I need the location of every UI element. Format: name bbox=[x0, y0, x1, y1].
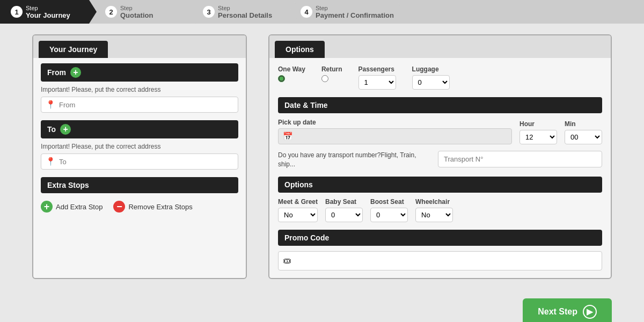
promo-header: Promo Code bbox=[278, 230, 602, 246]
one-way-radio[interactable] bbox=[278, 75, 285, 82]
remove-stop-minus-icon: − bbox=[113, 201, 125, 213]
pickup-date-label: Pick up date bbox=[278, 119, 512, 126]
from-plus-icon[interactable]: + bbox=[70, 67, 81, 78]
right-panel: Options One Way Return bbox=[268, 34, 612, 279]
transport-question: Do you have any transport number?Flight,… bbox=[278, 151, 430, 169]
extra-stops-header: Extra Stops bbox=[41, 177, 238, 193]
meet-greet-col: Meet & Greet NoYes bbox=[278, 198, 318, 222]
main-content: Your Journey From + Important! Please, p… bbox=[0, 24, 644, 290]
options-tab[interactable]: Options bbox=[275, 41, 325, 58]
step-1[interactable]: 1 Step Your Journey bbox=[0, 0, 97, 24]
add-stop-plus-icon: + bbox=[41, 201, 53, 213]
passengers-group: Passengers 1234 5678 bbox=[358, 65, 396, 90]
one-way-group: One Way bbox=[278, 65, 305, 82]
stepper: 1 Step Your Journey 2 Step Quotation 3 S… bbox=[0, 0, 644, 24]
step-4-number: 4 bbox=[301, 6, 312, 18]
right-panel-body: One Way Return Passengers 1234 5678 bbox=[269, 58, 611, 278]
promo-icon: 🎟 bbox=[283, 256, 291, 266]
step-1-title: Your Journey bbox=[26, 11, 70, 19]
from-warning: Important! Please, put the correct addre… bbox=[41, 86, 238, 93]
boost-seat-select[interactable]: 0123 bbox=[370, 208, 408, 222]
right-panel-tab-row: Options bbox=[269, 35, 611, 58]
hour-select[interactable]: 00010203 04050607 08091011 12131415 1617… bbox=[519, 130, 557, 144]
passengers-select[interactable]: 1234 5678 bbox=[358, 75, 396, 90]
return-radio[interactable] bbox=[321, 75, 328, 82]
min-select[interactable]: 00051015 20253035 40455055 bbox=[565, 130, 602, 144]
promo-input[interactable] bbox=[296, 257, 597, 265]
return-radio-group bbox=[321, 75, 328, 82]
hour-group: Hour 00010203 04050607 08091011 12131415… bbox=[519, 120, 557, 144]
add-extra-stop-button[interactable]: + Add Extra Stop bbox=[41, 201, 103, 213]
date-time-header: Date & Time bbox=[278, 97, 602, 113]
left-panel-tab-row: Your Journey bbox=[33, 35, 246, 58]
to-warning: Important! Please, put the correct addre… bbox=[41, 143, 238, 150]
pickup-date-input[interactable] bbox=[296, 133, 361, 141]
step-1-number: 1 bbox=[11, 6, 23, 18]
passengers-label: Passengers bbox=[358, 65, 394, 73]
transport-row: Do you have any transport number?Flight,… bbox=[278, 151, 602, 169]
return-label: Return bbox=[321, 65, 342, 73]
meet-greet-select[interactable]: NoYes bbox=[278, 208, 318, 222]
baby-seat-col: Baby Seat 0123 bbox=[325, 198, 363, 222]
to-header: To + bbox=[41, 120, 238, 138]
to-plus-icon[interactable]: + bbox=[60, 124, 71, 135]
pickup-date-input-row: 📅 bbox=[278, 128, 512, 144]
step-3-title: Personal Details bbox=[218, 11, 272, 19]
step-4-word: Step bbox=[316, 5, 393, 11]
step-2-number: 2 bbox=[105, 6, 117, 18]
calendar-icon: 📅 bbox=[283, 131, 293, 141]
luggage-group: Luggage 0123 45 bbox=[412, 65, 450, 90]
extra-stops-section: Extra Stops + Add Extra Stop − Remove Ex… bbox=[41, 177, 238, 215]
footer-row: Next Step ▶ bbox=[0, 298, 644, 322]
meet-greet-label: Meet & Greet bbox=[278, 198, 318, 206]
from-input-row: 📍 bbox=[41, 97, 238, 113]
baby-seat-label: Baby Seat bbox=[325, 198, 363, 206]
remove-extra-stops-button[interactable]: − Remove Extra Stops bbox=[113, 201, 192, 213]
luggage-label: Luggage bbox=[412, 65, 439, 73]
min-label: Min bbox=[565, 120, 602, 128]
wheelchair-label: Wheelchair bbox=[415, 198, 453, 206]
step-4[interactable]: 4 Step Payment / Confirmation bbox=[293, 0, 404, 24]
options-sub-row: Meet & Greet NoYes Baby Seat 0123 Boost … bbox=[278, 198, 602, 222]
to-pin-icon: 📍 bbox=[46, 157, 56, 166]
step-4-title: Payment / Confirmation bbox=[316, 11, 394, 19]
to-input-row: 📍 bbox=[41, 153, 238, 170]
step-3-word: Step bbox=[218, 5, 271, 11]
one-way-label: One Way bbox=[278, 65, 305, 73]
left-panel: Your Journey From + Important! Please, p… bbox=[32, 34, 247, 279]
date-time-row: Pick up date 📅 Hour 00010203 04050607 08… bbox=[278, 119, 602, 144]
one-way-radio-group bbox=[278, 75, 285, 82]
hour-label: Hour bbox=[519, 120, 557, 128]
step-2-title: Quotation bbox=[120, 11, 153, 19]
boost-seat-label: Boost Seat bbox=[370, 198, 408, 206]
wheelchair-select[interactable]: NoYes bbox=[415, 208, 453, 222]
boost-seat-col: Boost Seat 0123 bbox=[370, 198, 408, 222]
step-3[interactable]: 3 Step Personal Details bbox=[195, 0, 292, 24]
extra-stops-actions: + Add Extra Stop − Remove Extra Stops bbox=[41, 199, 238, 215]
promo-input-row: 🎟 bbox=[278, 251, 602, 270]
from-header: From + bbox=[41, 63, 238, 82]
from-pin-icon: 📍 bbox=[46, 100, 56, 109]
options-sub-header: Options bbox=[278, 177, 602, 193]
min-group: Min 00051015 20253035 40455055 bbox=[565, 120, 602, 144]
wheelchair-col: Wheelchair NoYes bbox=[415, 198, 453, 222]
from-input[interactable] bbox=[59, 101, 233, 109]
next-step-arrow-icon: ▶ bbox=[583, 305, 597, 319]
return-group: Return bbox=[321, 65, 342, 82]
your-journey-tab[interactable]: Your Journey bbox=[39, 41, 108, 58]
to-input[interactable] bbox=[59, 158, 233, 166]
next-step-button[interactable]: Next Step ▶ bbox=[523, 298, 612, 322]
left-panel-body: From + Important! Please, put the correc… bbox=[33, 58, 246, 223]
step-2-word: Step bbox=[120, 5, 152, 11]
step-3-number: 3 bbox=[203, 6, 215, 18]
pickup-date-group: Pick up date 📅 bbox=[278, 119, 512, 144]
luggage-select[interactable]: 0123 45 bbox=[412, 75, 450, 90]
journey-options-row: One Way Return Passengers 1234 5678 bbox=[278, 65, 602, 90]
baby-seat-select[interactable]: 0123 bbox=[325, 208, 363, 222]
transport-input[interactable] bbox=[438, 151, 602, 167]
step-1-word: Step bbox=[26, 5, 69, 11]
step-2[interactable]: 2 Step Quotation bbox=[98, 0, 194, 24]
